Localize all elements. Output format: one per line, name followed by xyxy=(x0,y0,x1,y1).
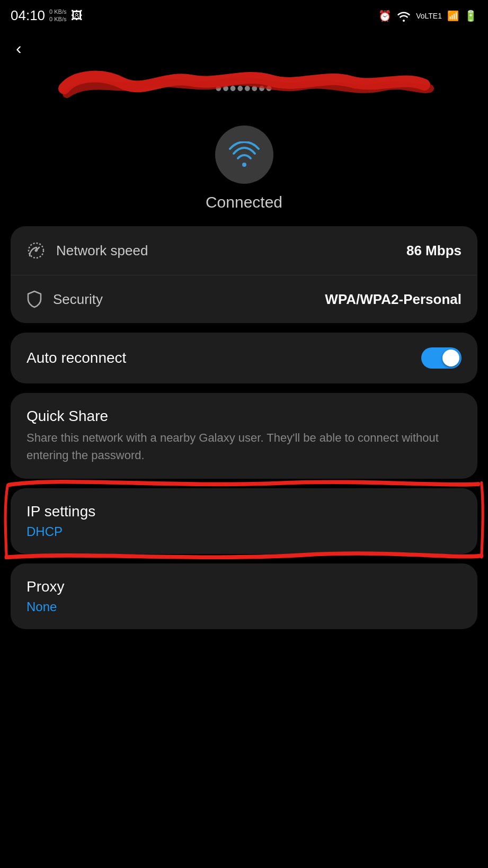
quick-share-title: Quick Share xyxy=(26,408,462,425)
network-up: 0 KB/s xyxy=(49,16,66,23)
security-value: WPA/WPA2-Personal xyxy=(325,291,462,308)
speed-gauge-icon xyxy=(26,241,46,260)
proxy-value: None xyxy=(26,599,462,614)
auto-reconnect-label: Auto reconnect xyxy=(26,350,126,366)
proxy-card[interactable]: Proxy None xyxy=(11,563,477,629)
ip-settings-card[interactable]: IP settings DHCP xyxy=(11,488,477,554)
svg-point-2 xyxy=(35,249,38,252)
network-speed-row: Network speed 86 Mbps xyxy=(11,226,477,275)
ip-settings-title: IP settings xyxy=(26,503,462,520)
lte-label: VoLTE1 xyxy=(416,12,442,20)
svg-point-0 xyxy=(242,163,246,167)
wifi-circle-container: Connected xyxy=(0,110,488,217)
network-name: •••••••• xyxy=(215,77,273,100)
network-speed-label: Network speed xyxy=(56,243,148,259)
quick-share-description: Share this network with a nearby Galaxy … xyxy=(26,429,462,464)
alarm-icon: ⏰ xyxy=(378,10,392,22)
network-down: 0 KB/s xyxy=(49,8,66,15)
security-row: Security WPA/WPA2-Personal xyxy=(11,275,477,323)
ip-settings-wrapper: IP settings DHCP xyxy=(11,488,477,554)
status-time: 04:10 xyxy=(11,7,45,24)
back-button-row: ‹ xyxy=(0,29,488,62)
status-bar: 04:10 0 KB/s 0 KB/s 🖼 ⏰ VoLTE1 📶 🔋 xyxy=(0,0,488,29)
battery-icon: 🔋 xyxy=(464,10,477,22)
shield-icon xyxy=(26,290,42,308)
wifi-status-icon xyxy=(397,10,411,22)
wifi-circle xyxy=(215,126,273,184)
connected-label: Connected xyxy=(206,193,282,211)
wifi-large-icon xyxy=(228,141,260,168)
auto-reconnect-card: Auto reconnect xyxy=(11,333,477,383)
network-speed-value: 86 Mbps xyxy=(406,243,462,259)
security-label: Security xyxy=(53,291,103,308)
quick-share-card[interactable]: Quick Share Share this network with a ne… xyxy=(11,393,477,479)
back-button[interactable]: ‹ xyxy=(16,40,22,57)
status-network-info: 0 KB/s 0 KB/s xyxy=(49,8,66,22)
signal-icon: 📶 xyxy=(447,10,459,22)
auto-reconnect-toggle[interactable] xyxy=(421,347,462,369)
status-right: ⏰ VoLTE1 📶 🔋 xyxy=(378,10,477,22)
toggle-knob xyxy=(442,350,459,366)
status-left: 04:10 0 KB/s 0 KB/s 🖼 xyxy=(11,7,83,24)
proxy-title: Proxy xyxy=(26,578,462,595)
gallery-icon: 🖼 xyxy=(71,9,83,23)
network-name-area: •••••••• xyxy=(0,62,488,110)
network-info-card: Network speed 86 Mbps Security WPA/WPA2-… xyxy=(11,226,477,323)
ip-settings-value: DHCP xyxy=(26,524,462,539)
